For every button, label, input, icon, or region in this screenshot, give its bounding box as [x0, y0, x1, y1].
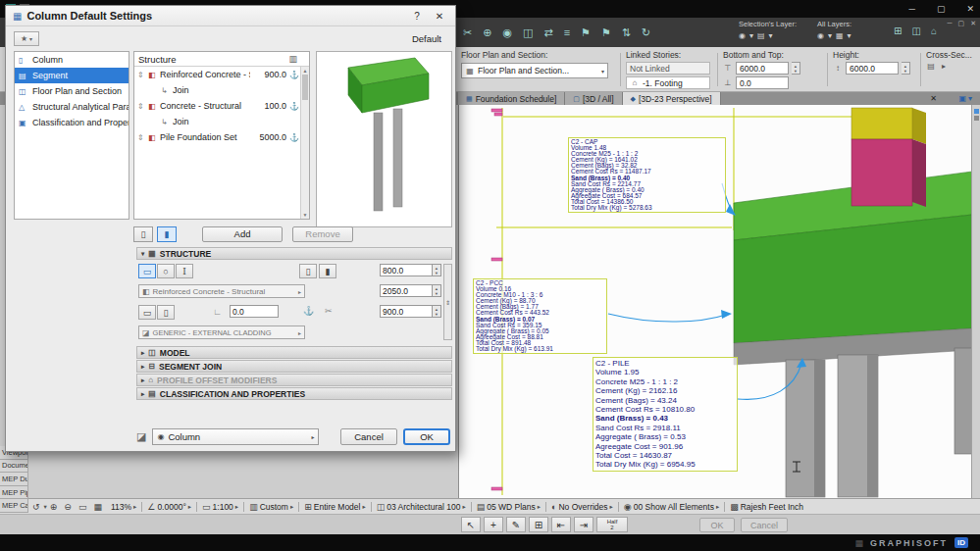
home-story-dropdown[interactable]: ⌂ -1. Footing — [626, 76, 710, 89]
section-header[interactable]: ▸ ⊟ SEGMENT JOIN — [136, 360, 452, 373]
uniform-segment-toggle[interactable]: ▯ — [133, 226, 153, 242]
dialog-title-bar[interactable]: ▦ Column Default Settings ? ✕ — [6, 6, 455, 26]
minimize-icon[interactable]: ─ — [909, 4, 915, 14]
cancel-button[interactable]: Cancel — [340, 428, 397, 445]
tree-row[interactable]: ⇕ ◧ Pile Foundation Set 5000.0 ⚓ — [134, 129, 300, 145]
section-header[interactable]: ▸ ⌂ PROFILE OFFSET MODIFIERS — [136, 374, 452, 386]
settings-page-item[interactable]: ◫ Floor Plan and Section — [15, 83, 129, 99]
bottom-elevation-field[interactable]: 0.0 — [736, 76, 789, 89]
quick-option[interactable]: ▤ 05 WD Plans ▸ — [477, 502, 541, 512]
quick-option[interactable]: ▦ — [93, 502, 106, 512]
tool-icon[interactable]: ⇥ — [574, 517, 593, 532]
mdi-window-control-icon[interactable]: ─ — [948, 20, 953, 27]
column-3d-preview[interactable] — [316, 51, 452, 227]
quick-option[interactable] — [545, 502, 546, 512]
view-tab[interactable]: ◆ [3D-23 Perspective] — [623, 92, 721, 105]
toolbar-icon[interactable]: ≡ — [564, 26, 570, 38]
settings-page-item[interactable]: ▯ Column — [15, 52, 129, 68]
chevron-down-icon[interactable]: ▾ — [749, 31, 753, 40]
scroll-down-icon[interactable]: ▼ — [301, 212, 309, 218]
quick-option[interactable] — [298, 502, 299, 512]
depth-dimension-icon[interactable]: ▮ — [319, 264, 336, 278]
tree-scrollbar[interactable]: ▲ ▼ — [300, 67, 309, 219]
toolbar-icon[interactable]: ◉ — [502, 26, 512, 39]
toolbar-icon[interactable]: ⌂ — [931, 25, 937, 36]
drag-handle-icon[interactable]: ⇕ — [137, 102, 145, 111]
tool-icon[interactable]: ⇤ — [551, 517, 571, 532]
mdi-window-control-icon[interactable]: ▢ — [958, 20, 965, 27]
maximize-icon[interactable]: ▢ — [937, 4, 946, 14]
quick-option[interactable] — [243, 502, 244, 512]
stepper[interactable]: ▴▾ — [902, 62, 910, 75]
toolbar-icon[interactable]: ◫ — [523, 26, 533, 39]
quick-option[interactable]: ⊞ Entire Model ▸ — [304, 502, 366, 512]
quick-option[interactable]: ⊖ — [64, 502, 76, 512]
tree-row[interactable]: ↳ Join — [134, 114, 300, 129]
settings-page-item[interactable]: △ Structural Analytical Parameters — [15, 99, 129, 115]
segment-depth-field[interactable]: 2050.0 — [380, 284, 433, 297]
height-field[interactable]: 6000.0 — [846, 62, 899, 75]
tool-icon[interactable]: ✎ — [506, 517, 526, 532]
rectangular-shape-button[interactable]: ▭ — [138, 264, 156, 278]
quick-option[interactable]: ↺ ▾ — [32, 502, 47, 512]
panel-icon[interactable] — [974, 109, 979, 114]
toolbar-icon[interactable]: ↻ — [642, 26, 650, 39]
remove-segment-button[interactable]: Remove — [292, 226, 353, 242]
palette-tab[interactable]: MEP Duc — [0, 473, 28, 486]
cancel-button-disabled[interactable]: Cancel — [741, 518, 788, 532]
toolbar-icon[interactable]: ⚑ — [581, 26, 591, 39]
palette-tab[interactable]: MEP Pipe — [0, 486, 28, 500]
quick-option[interactable] — [141, 502, 142, 512]
stepper[interactable]: ▴▾ — [433, 264, 441, 276]
quick-option[interactable]: ∠ 0.0000° ▸ — [147, 502, 191, 512]
quick-option[interactable]: ▥ Custom ▸ — [249, 502, 293, 512]
quick-option[interactable] — [196, 502, 197, 512]
tree-row[interactable]: ↳ Join — [134, 82, 300, 98]
eraser-icon[interactable]: ◪ — [136, 430, 146, 443]
tree-row[interactable]: ⇕ ◧ Reinforced Concrete - Str... 900.0 ⚓ — [134, 67, 300, 82]
segment-height-field[interactable]: 900.0 — [380, 305, 433, 318]
veneer-toggle[interactable]: ▭ — [138, 305, 156, 320]
toolbar-icon[interactable]: ⇄ — [543, 26, 552, 39]
drag-handle-icon[interactable]: ⇕ — [137, 71, 145, 79]
quick-option[interactable]: ◫ 03 Architectural 100 ▸ — [377, 502, 466, 512]
quick-option[interactable]: ⊕ — [50, 502, 62, 512]
width-dimension-icon[interactable]: ▯ — [299, 264, 317, 278]
view-tab[interactable]: ▦ Foundation Schedule] — [458, 92, 565, 105]
layer-visibility-icon[interactable]: ◉ — [739, 31, 746, 40]
quick-option[interactable]: ▩ Rajesh Feet Inch — [730, 502, 805, 512]
drag-handle-icon[interactable]: ⇕ — [137, 133, 145, 142]
3d-viewport[interactable]: C2 - CAPVolume 1.48Concrete M25 - 1 : 1 … — [458, 105, 971, 498]
tool-icon[interactable]: ⊞ — [529, 517, 548, 532]
tab-overview-icon[interactable]: ▣▾ — [958, 94, 972, 103]
stepper[interactable]: ▴▾ — [433, 284, 441, 297]
toolbar-icon[interactable]: ◫ — [912, 25, 921, 36]
veneer-option-toggle[interactable]: ▯ — [157, 305, 175, 320]
chevron-right-icon[interactable]: ▸ — [939, 62, 949, 71]
quick-option[interactable] — [371, 502, 372, 512]
toolbar-icon[interactable]: ⇅ — [622, 26, 631, 39]
multi-segment-toggle[interactable]: ▮ — [157, 226, 177, 242]
anchor-icon[interactable]: ⚓ — [303, 306, 314, 316]
cross-section-icon[interactable]: ▤ — [926, 62, 936, 71]
toolbar-icon[interactable]: ⊕ — [483, 26, 491, 39]
half-step-control[interactable]: Half2 — [596, 517, 628, 532]
palette-tab[interactable]: MEP Cab — [0, 499, 28, 513]
cladding-material-dropdown[interactable]: ◪ GENERIC - EXTERNAL CLADDING ▸ — [138, 326, 305, 339]
scrollbar-thumb[interactable] — [302, 75, 308, 100]
scroll-up-icon[interactable]: ▲ — [301, 68, 309, 74]
panel-icon[interactable] — [974, 116, 979, 121]
toolbar-icon[interactable]: ⊞ — [894, 25, 902, 36]
segment-height-ruler[interactable]: ⇕ — [443, 264, 452, 340]
toolbar-icon[interactable]: ⚑ — [601, 26, 611, 39]
chevron-down-icon[interactable]: ▾ — [828, 31, 832, 40]
settings-page-item[interactable]: ▣ Classification and Properties — [15, 115, 129, 130]
stepper[interactable]: ▴▾ — [792, 62, 800, 75]
cut-icon[interactable]: ✂ — [325, 306, 333, 316]
view-tab[interactable]: ▢ [3D / All] — [565, 92, 622, 105]
segment-width-field[interactable]: 800.0 — [380, 264, 433, 276]
graphisoft-id-badge[interactable]: ID — [954, 537, 968, 548]
close-dialog-icon[interactable]: ✕ — [431, 11, 448, 22]
top-elevation-field[interactable]: 6000.0 — [736, 62, 789, 75]
close-tab-icon[interactable]: ✕ — [930, 94, 937, 103]
